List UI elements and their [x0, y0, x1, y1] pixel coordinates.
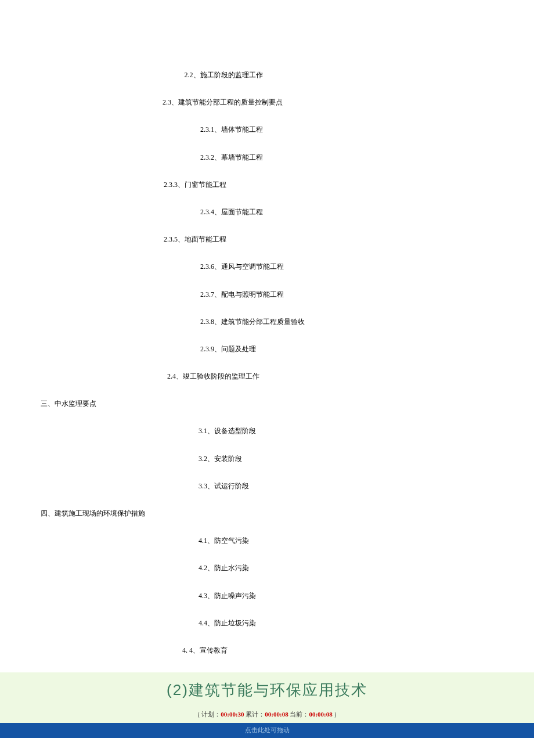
toc-item: 3.3、试运行阶段 — [41, 481, 493, 492]
toc-item: 2.4、竣工验收阶段的监理工作 — [41, 371, 493, 382]
toc-item: 4.4、防止垃圾污染 — [41, 618, 493, 629]
toc-item: 4. 4、宣传教育 — [41, 645, 493, 656]
toc-section-heading: 四、建筑施工现场的环境保护措施 — [41, 508, 493, 519]
toc-item: 3.2、安装阶段 — [41, 453, 493, 465]
toc-item: 2.3.2、幕墙节能工程 — [41, 152, 493, 163]
toc-item: 2.3.3、门窗节能工程 — [41, 179, 493, 190]
timer-plan-label: （ 计划： — [194, 711, 221, 718]
timer-current-value: 00:00:08 — [309, 711, 332, 718]
toc-item: 4.1、防空气污染 — [41, 535, 493, 546]
toc-item: 2.2、施工阶段的监理工作 — [41, 70, 493, 81]
toc-item: 2.3、建筑节能分部工程的质量控制要点 — [41, 97, 493, 108]
toc-item: 2.3.4、屋面节能工程 — [41, 207, 493, 218]
toc-item: 2.3.7、配电与照明节能工程 — [41, 289, 493, 300]
timer-suffix: ） — [333, 711, 341, 718]
toc-item: 2.3.9、问题及处理 — [41, 344, 493, 355]
drag-handle-label: 点击此处可拖动 — [245, 726, 290, 733]
toc-item: 4.2、防止水污染 — [41, 563, 493, 574]
drag-handle-bar[interactable]: 点击此处可拖动 — [0, 723, 534, 738]
timer-current-label: 当前： — [288, 711, 309, 718]
toc-section-heading: 三、中水监理要点 — [41, 398, 493, 409]
timer-bar: （ 计划：00:00:30 累计：00:00:08 当前：00:00:08 ） — [0, 707, 534, 723]
section-header: (2)建筑节能与环保应用技术 — [0, 672, 534, 707]
timer-plan-value: 00:00:30 — [221, 711, 244, 718]
toc-item: 2.3.8、建筑节能分部工程质量验收 — [41, 316, 493, 327]
section-title: (2)建筑节能与环保应用技术 — [0, 678, 534, 703]
toc-item: 3.1、设备选型阶段 — [41, 426, 493, 437]
toc-item: 2.3.1、墙体节能工程 — [41, 124, 493, 135]
timer-total-label: 累计： — [244, 711, 265, 718]
toc-item: 2.3.5、地面节能工程 — [41, 234, 493, 245]
timer-total-value: 00:00:08 — [265, 711, 288, 718]
toc-item: 2.3.6、通风与空调节能工程 — [41, 261, 493, 272]
toc-content: 2.2、施工阶段的监理工作 2.3、建筑节能分部工程的质量控制要点 2.3.1、… — [0, 0, 534, 656]
toc-item: 4.3、防止噪声污染 — [41, 591, 493, 602]
